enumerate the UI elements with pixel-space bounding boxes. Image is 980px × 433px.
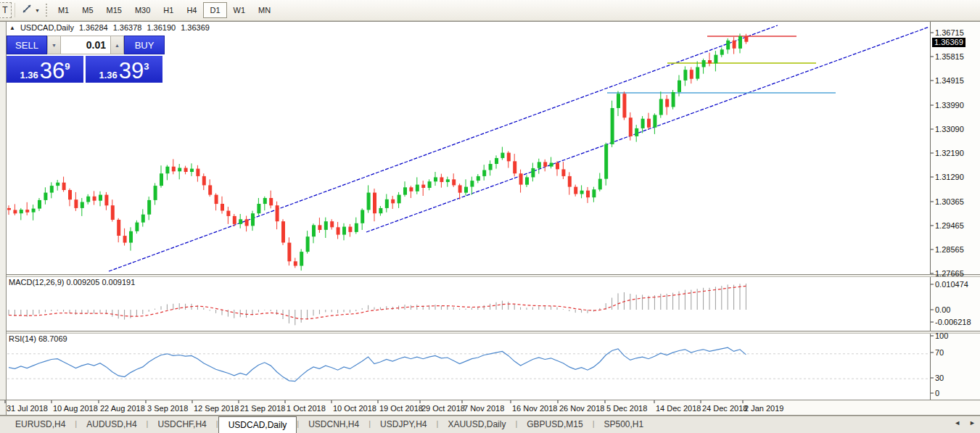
indicator-axis-label: 0 <box>935 389 939 397</box>
chart-tab-usdcad-daily[interactable]: USDCAD,Daily <box>218 416 297 433</box>
arrow-objects-button[interactable]: ▼ <box>18 2 43 18</box>
indicator-axis-label: 0.00 <box>935 305 950 314</box>
date-axis-label: 14 Dec 2018 <box>656 404 701 413</box>
spin-up-icon: ▲ <box>115 43 120 48</box>
timeframe-button-m30[interactable]: M30 <box>128 2 157 18</box>
sell-button[interactable]: SELL <box>7 36 47 54</box>
price-axis-label: 1.31290 <box>935 173 964 181</box>
timeframe-button-mn[interactable]: MN <box>252 2 277 18</box>
text-tool-button[interactable]: T <box>0 2 12 18</box>
buy-price-base: 1.36 <box>99 70 117 81</box>
quote-high: 1.36378 <box>113 23 142 32</box>
date-axis-label: 31 Jul 2018 <box>7 404 48 413</box>
buy-price-sup: 3 <box>144 61 149 72</box>
date-axis-label: 22 Aug 2018 <box>100 404 145 413</box>
indicator-axis-label: 30 <box>935 374 944 382</box>
spin-down-icon: ▼ <box>52 43 57 48</box>
price-axis-label: 1.32190 <box>935 149 964 157</box>
chart-title: ▲ USDCAD,Daily 1.36284 1.36378 1.36190 1… <box>9 23 210 32</box>
sell-price-base: 1.36 <box>20 70 38 81</box>
price-axis-label: 1.28565 <box>935 245 964 254</box>
date-axis-label: 16 Nov 2018 <box>512 404 557 413</box>
price-axis-label: 1.36715 <box>935 28 964 37</box>
price-axis-label: 1.33090 <box>935 125 964 133</box>
date-axis-label: 10 Aug 2018 <box>53 404 98 413</box>
chart-tab-eurusd-h4[interactable]: EURUSD,H4 <box>6 416 75 433</box>
indicator-axis-label: -0.006218 <box>935 318 971 326</box>
volume-input[interactable] <box>61 36 110 54</box>
date-axis-label: 26 Nov 2018 <box>559 404 604 413</box>
collapse-panel-icon[interactable]: ▲ <box>9 25 15 31</box>
chart-symbol-label: USDCAD,Daily <box>20 23 74 32</box>
price-axis-label: 1.30365 <box>935 197 964 206</box>
toolbar-separator <box>15 3 15 17</box>
date-axis-label: 21 Sep 2018 <box>240 404 285 413</box>
chart-tab-gbpusd-m15[interactable]: GBPUSD,M15 <box>517 416 592 433</box>
chart-tab-bar: EURUSD,H4|AUDUSD,H4|USDCHF,H4|USDCAD,Dai… <box>0 416 980 433</box>
timeframe-button-m5[interactable]: M5 <box>75 2 99 18</box>
crossed-arrows-icon <box>21 3 33 17</box>
macd-indicator-label: MACD(12,26,9) 0.009205 0.009191 <box>9 278 135 286</box>
chart-tab-sp500-h1[interactable]: SP500,H1 <box>595 416 654 433</box>
date-axis-label: 24 Dec 2018 <box>702 404 747 413</box>
timeframe-button-h4[interactable]: H4 <box>180 2 203 18</box>
panel-divider-gap <box>7 275 980 277</box>
price-axis-label: 1.35815 <box>935 52 964 61</box>
panel-divider-gap <box>7 331 980 334</box>
timeframe-button-w1[interactable]: W1 <box>227 2 252 18</box>
buy-price-big: 39 <box>119 61 144 81</box>
date-axis-label: 19 Oct 2018 <box>379 404 423 413</box>
quote-open: 1.36284 <box>79 23 108 32</box>
date-axis-label: 5 Dec 2018 <box>606 404 647 413</box>
sell-price-big: 36 <box>40 61 65 81</box>
timeframe-button-h1[interactable]: H1 <box>157 2 180 18</box>
chevron-down-icon: ▼ <box>35 8 40 13</box>
date-axis-label: 10 Oct 2018 <box>333 404 376 413</box>
date-axis-label: 7 Nov 2018 <box>464 404 504 413</box>
date-axis-label: 29 Oct 2018 <box>421 404 465 413</box>
price-axis-label: 1.34915 <box>935 76 964 85</box>
indicator-axis-label: 70 <box>935 348 944 357</box>
toolbar: T ▼ M1M5M15M30H1H4D1W1MN <box>0 0 980 21</box>
timeframe-button-m1[interactable]: M1 <box>52 2 75 18</box>
timeframe-button-d1[interactable]: D1 <box>203 2 226 18</box>
indicator-axis-label: 100 <box>935 331 948 340</box>
date-axis-label: 2 Jan 2019 <box>744 404 783 413</box>
price-axis-label: 1.29465 <box>935 221 964 230</box>
toolbar-grip[interactable] <box>46 4 47 17</box>
chart-tab-usdchf-h4[interactable]: USDCHF,H4 <box>148 416 215 433</box>
one-click-trading-panel: SELL ▼ ▲ BUY 1.36 36 9 1.36 39 3 <box>7 36 165 83</box>
chart-tab-usdjpy-h4[interactable]: USDJPY,H4 <box>371 416 436 433</box>
price-axis-label: 1.27665 <box>935 269 964 278</box>
quote-close: 1.36369 <box>181 23 210 32</box>
tab-scroll-right-icon[interactable]: ► <box>969 419 976 426</box>
date-axis-label: 3 Sep 2018 <box>147 404 188 413</box>
rsi-indicator-label: RSI(14) 68.7069 <box>9 334 67 343</box>
date-axis-label: 1 Oct 2018 <box>287 404 326 413</box>
chart-tab-xauusd-daily[interactable]: XAUUSD,Daily <box>438 416 515 433</box>
indicator-axis-label: 0.010474 <box>935 280 968 289</box>
buy-price-panel[interactable]: 1.36 39 3 <box>86 56 162 83</box>
chart-tab-audusd-h4[interactable]: AUDUSD,H4 <box>77 416 146 433</box>
volume-decrease-button[interactable]: ▼ <box>47 36 61 54</box>
volume-increase-button[interactable]: ▲ <box>110 36 124 54</box>
current-price-badge: 1.36369 <box>932 38 965 47</box>
timeframe-buttons: M1M5M15M30H1H4D1W1MN <box>52 2 277 18</box>
quote-low: 1.36190 <box>147 23 176 32</box>
buy-button[interactable]: BUY <box>124 36 165 54</box>
timeframe-button-m15[interactable]: M15 <box>100 2 128 18</box>
price-axis-label: 1.33990 <box>935 101 964 110</box>
sell-price-sup: 9 <box>65 61 70 72</box>
sell-price-panel[interactable]: 1.36 36 9 <box>7 56 83 83</box>
tab-scroll-left-icon[interactable]: ◄ <box>954 419 960 426</box>
date-axis-label: 12 Sep 2018 <box>194 404 239 413</box>
chart-tab-usdcnh-h4[interactable]: USDCNH,H4 <box>299 416 368 433</box>
